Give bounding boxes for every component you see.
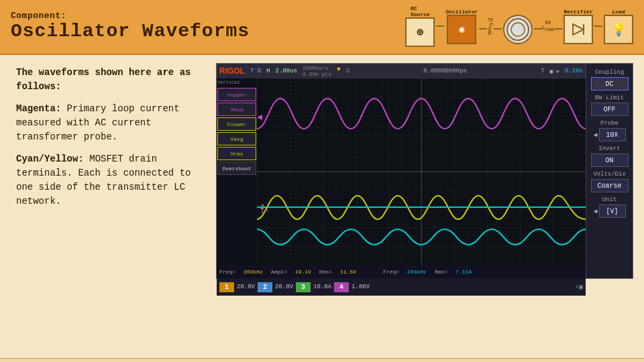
ch3-indicator[interactable]: 3 [296,282,311,292]
volts-div-label: Volts/Div [593,171,626,178]
unit-label: Unit [602,196,617,203]
scope-measbar: Freq= 263kHz Ampl= 19.1V Rms= 11.5V Freq… [217,265,586,278]
scope-mode: T [541,68,544,74]
circuit-box-osc: ◉ [447,15,476,44]
connector-rx2 [554,28,562,29]
connector-rx [534,28,542,29]
meas-rms2-val: 7.11A [455,269,472,275]
circuit-block-osc: Oscillator ◉ [445,9,478,44]
circuit-block-load: Load 💡 [604,9,633,44]
svg-point-1 [511,23,525,36]
unit-arrow-left[interactable]: ◀ [593,207,597,215]
probe-value[interactable]: 10X [599,128,626,141]
ch-btn-vlower[interactable]: Vlower [217,117,256,131]
circuit-box-load: 💡 [604,15,633,44]
ch-btn-vmid[interactable]: Vmid [217,103,256,116]
invert-label: Invert [598,145,620,152]
svg-marker-2 [573,24,584,35]
vertical-label: Vertical [217,80,258,85]
scope-topbar: RIGOL T`D H 2.00us 250MSa/s6.00k pts ▼ D… [217,64,586,78]
scope-trigger-marker: ▼ [337,66,340,73]
svg-text:2→: 2→ [260,204,268,211]
oscilloscope-container: RIGOL T`D H 2.00us 250MSa/s6.00k pts ▼ D… [216,63,633,350]
ch4-value: 1.00V [352,284,370,290]
ch3-value: 10.0A [313,284,331,290]
cyan-description: Cyan/Yellow: MOSFET drain terminals. Eac… [16,152,200,208]
scope-trigger-d: D [346,68,350,74]
scope-td: T`D [250,68,261,74]
bw-value[interactable]: OFF [591,103,629,116]
circuit-block-dc: DCSource ⊕ [405,5,435,47]
header-title-block: Component: Oscillator Waveforms [11,11,250,42]
ch-btn-vrms[interactable]: Vrms [217,147,256,160]
scope-bottombar: 1 20.0V 2 20.0V 3 10.0A 4 1.00V ⚡▣ [217,278,586,296]
rectifier-icon [568,19,589,40]
bottom-caption: This oscillator auto-tunes itself to res… [0,358,644,362]
connector-dc-osc [436,25,444,27]
intro-text: The waveforms shown here are as follows: [16,66,200,94]
coil-icon [504,16,531,43]
coupling-value[interactable]: DC [591,77,629,90]
ch-btn-vupper[interactable]: Vupper [217,88,256,101]
meas-ampl-label: Ampl= [271,269,287,275]
cyan-label: Cyan/Yellow: [16,154,84,164]
coupling-label: Coupling [595,69,624,76]
meas-freq1-label: Freq= [219,269,235,275]
scope-right-panel: Coupling DC BW Limit OFF Probe ◀ 10X Inv… [586,64,633,278]
ch2-value: 20.0V [275,284,293,290]
connector-tx-coil [494,28,502,29]
scope-samplerate: 250MSa/s6.00k pts [303,65,331,77]
meas-freq1-val: 263kHz [244,269,263,275]
connector-rect-load [594,25,602,27]
circuit-diagram: DCSource ⊕ Oscillator ◉ TX CTUNE TX [405,5,633,47]
meas-ampl-val: 19.1V [295,269,311,275]
scope-current: 0.20A [565,68,583,74]
meas-freq2-label: Freq= [383,269,399,275]
header-subtitle: Component: [11,11,250,21]
ch-btn-vavg[interactable]: Vavg [217,132,256,145]
circuit-block-tx: TX [503,9,533,44]
main-content: The waveforms shown here are as follows:… [0,55,644,358]
scope-bottom-icons: ⚡▣ [575,283,583,291]
scope-waveform-svg: 1→ 2→ [257,78,586,265]
ch1-value: 20.0V [237,284,255,290]
probe-label: Probe [600,120,619,127]
connector-osc-tx [479,28,487,29]
unit-value[interactable]: [V] [599,204,626,218]
meas-rms2-label: Rms= [435,269,447,275]
invert-value[interactable]: ON [591,154,629,167]
scope-timebase: 2.00us [276,68,297,74]
rigol-logo: RIGOL [219,66,245,76]
circuit-block-rect: Rectifier [564,9,593,44]
scope-left-sidebar: Vertical Vupper Vmid Vlower Vavg Vrms Ov… [217,78,258,265]
scope-display: Vertical Vupper Vmid Vlower Vavg Vrms Ov… [217,78,586,265]
circuit-box-dc: ⊕ [405,17,435,47]
ch2-indicator[interactable]: 2 [258,282,272,292]
meas-freq2-val: 264kHz [407,269,427,275]
coarse-value[interactable]: Coarse [591,179,629,192]
svg-point-0 [507,19,529,40]
scope-icons: ▣ ⊳ [550,68,559,74]
scope-time-offset: 0.00000000ps [355,68,535,74]
ch1-indicator[interactable]: 1 [219,282,234,292]
left-panel: The waveforms shown here are as follows:… [11,63,205,350]
meas-rms1-val: 11.5V [340,269,356,275]
scope-h: H [266,68,270,74]
probe-arrow-left[interactable]: ◀ [593,131,597,139]
magenta-description: Magenta: Primary loop current measured w… [16,102,200,144]
circuit-box-rect [564,15,593,44]
ch-btn-overshoot[interactable]: Overshoot [217,162,256,175]
circuit-box-tx [503,15,533,44]
scope-main: RIGOL T`D H 2.00us 250MSa/s6.00k pts ▼ D… [217,64,586,278]
scope-wrapper: RIGOL T`D H 2.00us 250MSa/s6.00k pts ▼ D… [216,63,633,279]
ch4-indicator[interactable]: 4 [334,282,349,292]
header: Component: Oscillator Waveforms DCSource… [0,0,644,55]
meas-rms1-label: Rms= [319,269,332,275]
intro-bold: The waveforms shown here are as follows: [16,67,191,92]
bw-limit-label: BW Limit [595,95,624,101]
magenta-label: Magenta: [16,103,61,114]
header-title: Oscillator Waveforms [11,21,250,42]
